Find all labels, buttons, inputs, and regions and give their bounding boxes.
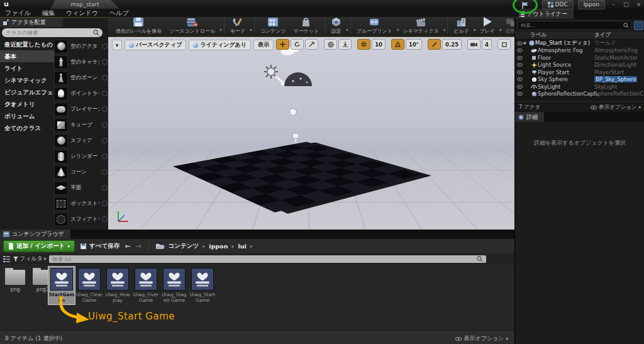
scale-snap-toggle-button[interactable] (428, 39, 441, 50)
breadcrumb-lui[interactable]: lui (238, 243, 246, 250)
view-mode-button[interactable]: ライティングあり (189, 40, 251, 50)
outliner-column-header[interactable]: ラベル タイプ (515, 31, 644, 40)
category-recent[interactable]: 最近配置したもの (0, 38, 54, 50)
atmospheric-fog-gizmo[interactable] (283, 71, 313, 87)
show-flags-button[interactable]: 表示 (253, 40, 274, 50)
menu-window[interactable]: ウィンドウ (66, 9, 98, 18)
category-geometry[interactable]: ジオメトリ (0, 98, 54, 110)
outliner-search-input[interactable] (518, 23, 623, 28)
asset-uiwg-start-game[interactable]: Uiwg_Start Game (189, 266, 216, 305)
save-level-button[interactable]: 現在のレベルを保存 (112, 16, 165, 35)
category-cinematic[interactable]: シネマティック (0, 74, 54, 86)
outliner-view-options-button[interactable]: 表示オプション ▾ (591, 104, 641, 111)
asset-uiwg-over-game[interactable]: Uiwg_Over Game (133, 266, 159, 305)
menu-help[interactable]: ヘルプ (109, 9, 129, 18)
item-sphere-trigger[interactable]: スフィアトリガー (54, 211, 108, 227)
surface-snap-button[interactable] (338, 39, 352, 50)
item-cone[interactable]: コーン (54, 164, 108, 180)
class-search-input[interactable] (2, 30, 93, 36)
ddc-button[interactable]: DDC (542, 0, 574, 9)
details-tab[interactable]: 詳細 (515, 112, 544, 122)
play-button[interactable]: プレイ (475, 16, 499, 35)
content-button[interactable]: コンテンツ (257, 16, 290, 35)
visibility-eye-icon[interactable] (515, 48, 524, 52)
item-sphere[interactable]: スフィア (54, 133, 108, 148)
item-empty-actor[interactable]: 空のアクタ (54, 38, 108, 54)
menu-file[interactable]: ファイル (5, 9, 31, 18)
camera-speed-value[interactable]: 4 (482, 39, 492, 50)
close-button[interactable]: × (635, 1, 643, 8)
level-tab[interactable]: map_start (50, 0, 119, 9)
content-browser-tab[interactable]: コンテンツブラウザ (0, 230, 70, 239)
item-plane[interactable]: 平面 (54, 180, 108, 196)
filters-button[interactable]: フィルタ ▾ (13, 255, 46, 263)
outliner-row-world[interactable]: Map_Start (エディタ) ワールド (515, 40, 644, 47)
item-empty-pawn[interactable]: 空のポーン (54, 70, 108, 86)
grid-snap-value[interactable]: 10 (372, 39, 386, 50)
scale-tool-button[interactable] (305, 39, 318, 50)
outliner-row-skylight[interactable]: SkyLight SkyLight (515, 83, 644, 91)
back-button[interactable]: ← (125, 242, 130, 250)
item-box-trigger[interactable]: ボックストリガー (54, 196, 108, 211)
breadcrumb-content[interactable]: コンテンツ (169, 242, 199, 250)
asset-search-input[interactable] (49, 256, 477, 262)
item-player-start[interactable]: プレイヤースター (54, 101, 108, 117)
asset-uiwg-stage0-game[interactable]: Uiwg_Stage0 Game (161, 266, 187, 305)
category-lights[interactable]: ライト (0, 62, 54, 74)
outliner-row-floor[interactable]: Floor StaticMeshActor (515, 54, 644, 62)
item-empty-character[interactable]: 空のキャラクター (54, 54, 108, 70)
rotate-tool-button[interactable] (291, 39, 304, 50)
outliner-filter-icon[interactable] (634, 21, 643, 30)
category-visual-effects[interactable]: ビジュアルエフェクト (0, 86, 54, 98)
item-point-light[interactable]: ポイントライト (54, 86, 108, 101)
settings-button[interactable]: 設定 (327, 16, 345, 35)
visibility-eye-icon[interactable] (515, 56, 524, 60)
cb-view-options-button[interactable]: 表示オプション ▾ (455, 335, 508, 343)
cinematics-button[interactable]: シネマティクス (399, 16, 443, 35)
visibility-eye-icon[interactable] (515, 77, 524, 81)
world-local-toggle-button[interactable] (324, 39, 337, 50)
asset-uiwg-howplay[interactable]: Uiwg_Howplay (104, 266, 131, 305)
rotation-snap-toggle-button[interactable] (391, 39, 404, 50)
breadcrumb-ippon[interactable]: ippon (209, 243, 228, 250)
chevron-down-icon[interactable]: ▾ (443, 28, 446, 36)
chevron-down-icon[interactable]: ▾ (219, 28, 222, 36)
move-tool-button[interactable] (276, 39, 289, 50)
maximize-button[interactable]: □ (622, 1, 630, 8)
grid-snap-toggle-button[interactable] (357, 39, 370, 50)
outliner-row-light-source[interactable]: Light Source DirectionalLight (515, 62, 644, 69)
visibility-eye-icon[interactable] (515, 63, 524, 67)
visibility-eye-icon[interactable] (515, 92, 524, 96)
rotation-snap-value[interactable]: 10° (406, 39, 422, 50)
outliner-row-sky-sphere[interactable]: Sky Sphere BP_Sky_Sphere (515, 76, 644, 84)
account-button[interactable]: Ippon (578, 0, 605, 9)
minimize-button[interactable]: – (609, 1, 618, 8)
viewport-options-button[interactable]: ▾ (112, 40, 122, 50)
blueprints-button[interactable]: ブループリント (353, 16, 396, 35)
category-volumes[interactable]: ボリューム (0, 110, 54, 122)
menu-edit[interactable]: 編集 (42, 9, 55, 18)
item-cylinder[interactable]: シリンダー (54, 148, 108, 164)
outliner-row-atmospheric-fog[interactable]: Atmospheric Fog AtmosphericFog (515, 47, 644, 55)
sources-panel-icon[interactable] (3, 256, 10, 262)
outliner-row-player-start[interactable]: Player Start PlayerStart (515, 69, 644, 76)
chevron-down-icon[interactable]: ▾ (250, 28, 252, 36)
outliner-row-sphere-reflection-capture[interactable]: SphereReflectionCapture SphereReflection… (515, 91, 644, 98)
chevron-down-icon[interactable]: ▾ (346, 28, 348, 36)
place-actors-tab[interactable]: アクタを配置 (0, 18, 63, 27)
add-import-button[interactable]: 追加 / インポート ▾ (3, 240, 75, 252)
save-all-button[interactable]: すべて保存 (80, 242, 119, 250)
visibility-eye-icon[interactable] (515, 85, 524, 89)
visibility-eye-icon[interactable] (515, 70, 524, 74)
blueprint-link[interactable]: BP_Sky_Sphere (594, 76, 637, 82)
forward-button[interactable]: → (135, 242, 141, 250)
maximize-viewport-button[interactable] (497, 39, 511, 50)
item-cube[interactable]: キューブ (54, 117, 108, 133)
folder-png[interactable]: png (3, 267, 28, 292)
camera-speed-button[interactable] (467, 39, 480, 50)
marketplace-button[interactable]: マーケット (290, 16, 323, 35)
player-start-sprite[interactable] (291, 133, 301, 144)
level-viewport[interactable]: ▾ パースペクティブ ライティングあり 表示 10 (108, 36, 514, 230)
modes-button[interactable]: モード (226, 16, 249, 35)
source-control-button[interactable]: ソースコントロール (165, 16, 219, 35)
